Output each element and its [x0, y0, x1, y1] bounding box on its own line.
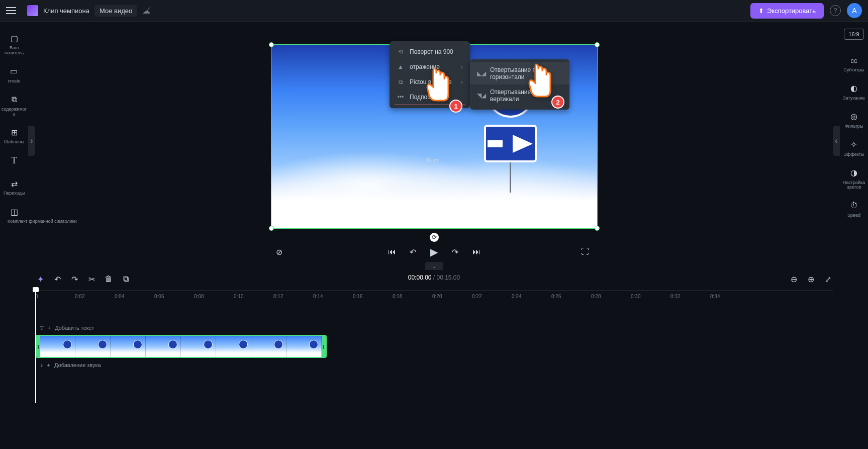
tick: 0:12	[273, 294, 313, 299]
arrow-sign	[484, 125, 537, 162]
rotate-handle[interactable]: ⟳	[430, 233, 439, 242]
resize-handle-br[interactable]	[595, 226, 600, 231]
tick: 0:20	[432, 294, 472, 299]
right-item-filters[interactable]: ◎ Фильтры	[843, 106, 865, 134]
skip-start-icon[interactable]: ⏮	[387, 246, 398, 257]
text-track-icon: T	[40, 325, 44, 331]
time-display: 00:00.00 / 00:15.00	[408, 274, 460, 281]
tick: 0:22	[472, 294, 512, 299]
clip-thumbnail	[286, 336, 322, 357]
timeline-zoom: ⊖ ⊕ ⤢	[789, 274, 833, 284]
video-clip[interactable]: ‖ ‖	[35, 335, 327, 358]
aspect-ratio-button[interactable]: 16:9	[844, 29, 863, 40]
audio-track[interactable]: ♪ + Добавление звука	[35, 362, 833, 368]
tick: 0:06	[154, 294, 194, 299]
text-track[interactable]: T + Добавить текст	[35, 325, 833, 331]
collapse-left-panel[interactable]: ›	[28, 126, 35, 156]
delete-icon[interactable]: 🗑	[104, 274, 114, 284]
tick: 0:32	[670, 294, 710, 299]
sidebar-item-text[interactable]: T	[7, 150, 22, 173]
clip-thumbnail	[216, 336, 251, 357]
tick: 0:14	[313, 294, 353, 299]
subtitles-icon: ㏄	[848, 55, 859, 66]
menu-icon[interactable]	[6, 5, 18, 17]
sidebar-item-label: create	[8, 79, 20, 84]
resize-handle-tl[interactable]	[269, 42, 274, 47]
collapse-right-panel[interactable]: ‹	[833, 126, 840, 156]
right-sidebar: 16:9 ㏄ Субтитры ◐ Затухание ◎ Фильтры ✧ …	[840, 22, 868, 268]
clip-handle-left[interactable]: ‖	[36, 336, 40, 357]
clip-thumbnail	[251, 336, 286, 357]
right-item-fade[interactable]: ◐ Затухание	[841, 78, 866, 106]
tick: 0:04	[115, 294, 154, 299]
right-item-color[interactable]: ◑ Настройка цветов	[840, 162, 868, 196]
play-button[interactable]: ▶	[429, 246, 440, 257]
right-item-subtitles[interactable]: ㏄ Субтитры	[841, 50, 866, 78]
duplicate-icon[interactable]: ⧉	[121, 274, 131, 284]
sidebar-item-content[interactable]: ⧉ содержимого	[0, 89, 30, 122]
export-label: Экспортировать	[767, 7, 816, 15]
avatar[interactable]: A	[847, 3, 862, 18]
timeline-expand-handle[interactable]: ⌄	[425, 262, 443, 270]
hand-badge-1: 1	[449, 100, 462, 113]
dd-rotate[interactable]: ⟲ Поворот на 900	[390, 44, 470, 59]
plus-icon: +	[48, 325, 51, 331]
sky-graphic	[271, 118, 597, 228]
video-name[interactable]: Мое видео	[94, 5, 137, 17]
chevron-right-icon: ›	[461, 64, 463, 70]
app-logo	[27, 5, 38, 16]
clip-thumbnail	[181, 336, 216, 357]
timeline-ruler[interactable]: 0 0:02 0:04 0:06 0:08 0:10 0:12 0:14 0:1…	[35, 290, 833, 302]
hand-cursor-1: 1	[418, 64, 458, 112]
skip-end-icon[interactable]: ⏭	[471, 246, 482, 257]
video-icon: ▭	[9, 66, 20, 77]
zoom-fit-icon[interactable]: ⤢	[823, 274, 833, 284]
tick: 0:24	[512, 294, 551, 299]
playhead[interactable]	[35, 289, 36, 403]
tick: 0:26	[551, 294, 591, 299]
tick: 0:30	[631, 294, 670, 299]
redo-icon[interactable]: ↷	[69, 274, 79, 284]
ai-spark-icon[interactable]: ✦	[35, 274, 45, 284]
sidebar-item-media[interactable]: ▢ Ваш носитель	[0, 28, 28, 61]
help-icon[interactable]: ?	[830, 5, 841, 16]
clip-thumbnail	[75, 336, 111, 357]
rewind-icon[interactable]: ↶	[408, 246, 419, 257]
clip-thumbnail	[40, 336, 75, 357]
right-item-label: Фильтры	[845, 124, 863, 129]
sidebar-item-transitions[interactable]: ⇄ Переходы	[2, 173, 27, 201]
top-bar: Клип чемпиона Мое видео ☁̸ ⬆ Экспортиров…	[0, 0, 868, 22]
total-time: 00:15.00	[437, 274, 460, 281]
right-item-label: Затухание	[843, 96, 864, 101]
video-track: ‖ ‖	[35, 335, 833, 358]
zoom-in-icon[interactable]: ⊕	[806, 274, 816, 284]
effects-icon: ✧	[848, 139, 859, 150]
right-item-label: Speed	[847, 213, 860, 218]
resize-handle-bl[interactable]	[269, 226, 274, 231]
dd-label: Поворот на 900	[410, 48, 453, 55]
sidebar-item-label: Ваш носитель	[2, 46, 26, 56]
tick: 0:16	[353, 294, 393, 299]
sidebar-item-create[interactable]: ▭ create	[6, 61, 22, 89]
tick: 0:02	[75, 294, 115, 299]
text-track-label: Добавить текст	[55, 325, 94, 331]
split-icon[interactable]: ✂	[86, 274, 97, 284]
clip-handle-right[interactable]: ‖	[322, 336, 326, 357]
sidebar-item-brand[interactable]: ◫ Комплект фирменной символики	[7, 201, 22, 224]
current-time: 00:00.00	[408, 274, 432, 281]
right-item-speed[interactable]: ⏱ Speed	[845, 195, 862, 223]
pip-icon: ⧉	[397, 78, 405, 85]
export-button[interactable]: ⬆ Экспортировать	[750, 3, 824, 19]
right-item-effects[interactable]: ✧ Эффекты	[842, 134, 866, 162]
project-name: Клип чемпиона	[43, 7, 89, 15]
resize-handle-tr[interactable]	[595, 42, 600, 47]
undo-icon[interactable]: ↶	[52, 274, 62, 284]
hide-icon[interactable]: ⊘	[274, 246, 285, 257]
sidebar-item-templates[interactable]: ⊞ Шаблоны	[2, 122, 26, 150]
fullscreen-icon[interactable]: ⛶	[580, 246, 591, 257]
forward-icon[interactable]: ↷	[450, 246, 461, 257]
filters-icon: ◎	[848, 111, 859, 122]
transitions-icon: ⇄	[9, 178, 20, 189]
audio-icon: ♪	[40, 362, 43, 368]
zoom-out-icon[interactable]: ⊖	[789, 274, 799, 284]
